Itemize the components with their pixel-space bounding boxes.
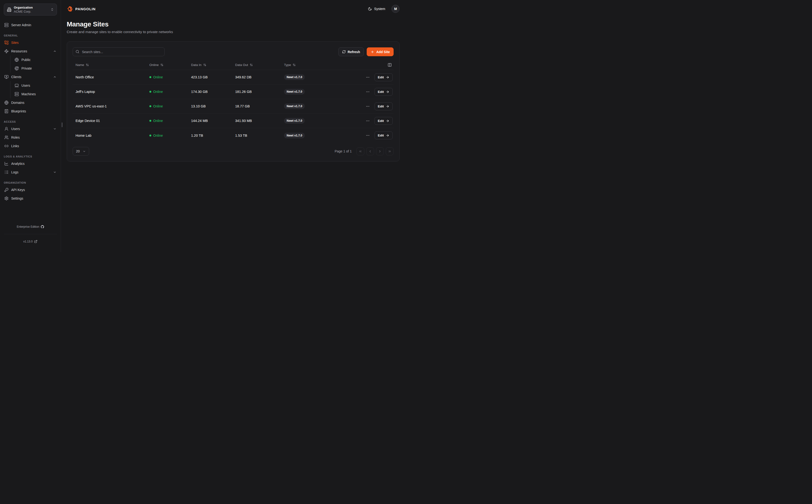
- arrow-right-icon: [386, 119, 389, 123]
- receipt-text-icon: [4, 109, 9, 113]
- sidebar-item-settings[interactable]: Settings: [4, 194, 57, 203]
- organization-selector[interactable]: Organization ACME Corp.: [4, 4, 57, 15]
- sidebar-item-resources[interactable]: Resources: [4, 47, 57, 55]
- refresh-icon: [342, 50, 346, 54]
- main-content: PANGOLIN System M Manage Sites Create an…: [61, 0, 406, 252]
- moon-icon: [368, 7, 372, 11]
- column-header-data-in[interactable]: Data In: [188, 63, 232, 67]
- organization-text: Organization ACME Corp.: [14, 5, 48, 14]
- chevron-left-icon: [368, 150, 372, 153]
- theme-toggle-button[interactable]: System: [368, 7, 385, 11]
- edit-button[interactable]: Edit: [375, 102, 393, 110]
- section-label-general: GENERAL: [4, 34, 57, 37]
- last-page-button[interactable]: [386, 147, 394, 155]
- chevron-down-icon: [83, 150, 86, 153]
- page-subtitle: Create and manage sites to enable connec…: [67, 30, 400, 34]
- sidebar-item-domains[interactable]: Domains: [4, 98, 57, 107]
- sidebar-item-machines[interactable]: Machines: [13, 90, 57, 98]
- clients-subgroup: Users Machines: [10, 81, 57, 98]
- sidebar-item-links[interactable]: Links: [4, 142, 57, 150]
- row-menu-button[interactable]: [365, 118, 371, 124]
- type-badge: Newt v1.7.0: [284, 118, 305, 124]
- site-data-out: 18.77 GB: [232, 104, 281, 108]
- refresh-button[interactable]: Refresh: [338, 47, 364, 56]
- add-site-button[interactable]: Add Site: [367, 47, 394, 56]
- edit-button[interactable]: Edit: [375, 131, 393, 139]
- site-name: Edge Device 01: [73, 119, 147, 123]
- sidebar-item-label: Blueprints: [11, 109, 26, 113]
- first-page-button[interactable]: [356, 147, 364, 155]
- column-header-type[interactable]: Type: [281, 63, 336, 67]
- avatar[interactable]: M: [391, 5, 400, 13]
- sidebar-item-label: Resources: [11, 49, 27, 53]
- column-header-data-out[interactable]: Data Out: [232, 63, 281, 67]
- edit-button[interactable]: Edit: [375, 117, 393, 125]
- column-header-actions: [336, 62, 394, 68]
- gear-icon: [4, 196, 9, 201]
- monitor-up-icon: [4, 75, 9, 79]
- sites-card: Refresh Add Site Name Online: [67, 41, 400, 161]
- next-page-button[interactable]: [376, 147, 384, 155]
- row-actions: Edit: [336, 73, 394, 81]
- rows-per-page-select[interactable]: 20: [73, 147, 89, 156]
- combine-icon: [4, 40, 9, 45]
- search-input[interactable]: [73, 47, 165, 56]
- site-data-in: 174.30 GB: [188, 90, 232, 94]
- status-label: Online: [153, 134, 163, 137]
- sidebar-item-sites[interactable]: Sites: [4, 38, 57, 47]
- type-badge: Newt v1.7.0: [284, 89, 305, 95]
- site-status: Online: [147, 119, 188, 123]
- previous-page-button[interactable]: [366, 147, 374, 155]
- page-info: Page 1 of 1: [335, 149, 352, 153]
- column-label: Data Out: [235, 63, 248, 67]
- row-menu-button[interactable]: [365, 132, 371, 138]
- column-header-online[interactable]: Online: [147, 63, 188, 67]
- row-menu-button[interactable]: [365, 74, 371, 80]
- row-menu-button[interactable]: [365, 89, 371, 95]
- table-row: Edge Device 01 Online 144.24 MB 341.93 M…: [73, 114, 394, 128]
- link-icon: [4, 144, 9, 148]
- sidebar-item-server-admin[interactable]: Server Admin: [4, 21, 57, 29]
- column-label: Data In: [191, 63, 202, 67]
- site-type-cell: Newt v1.7.0: [281, 74, 336, 80]
- sidebar-item-label: Users: [21, 84, 30, 87]
- sidebar-item-public[interactable]: Public: [13, 55, 57, 64]
- ellipsis-icon: [366, 75, 370, 79]
- sidebar-item-label: Server Admin: [11, 23, 31, 27]
- edit-button[interactable]: Edit: [375, 73, 393, 81]
- sidebar-item-client-users[interactable]: Users: [13, 81, 57, 90]
- type-badge: Newt v1.7.0: [284, 103, 305, 109]
- sidebar-item-label: Analytics: [11, 162, 25, 166]
- row-actions: Edit: [336, 117, 394, 125]
- sidebar-item-clients[interactable]: Clients: [4, 73, 57, 81]
- column-header-name[interactable]: Name: [73, 63, 147, 67]
- sidebar-item-label: Sites: [11, 41, 19, 45]
- toggle-columns-button[interactable]: [387, 62, 393, 68]
- sidebar-item-users[interactable]: Users: [4, 125, 57, 133]
- sidebar-resize-handle[interactable]: [62, 122, 62, 127]
- sidebar-item-private[interactable]: Private: [13, 64, 57, 73]
- site-name: AWS VPC us-east-1: [73, 104, 147, 108]
- external-link-icon[interactable]: [34, 240, 37, 243]
- sort-icon: [250, 63, 253, 66]
- sidebar-item-api-keys[interactable]: API Keys: [4, 186, 57, 194]
- table-row: AWS VPC us-east-1 Online 13.10 GB 18.77 …: [73, 99, 394, 114]
- version-label[interactable]: v1.13.0: [23, 239, 33, 244]
- sidebar-item-roles[interactable]: Roles: [4, 133, 57, 142]
- sidebar-item-logs[interactable]: Logs: [4, 168, 57, 176]
- github-icon[interactable]: [41, 225, 44, 228]
- edit-button[interactable]: Edit: [375, 88, 393, 96]
- edit-label: Edit: [378, 105, 384, 108]
- section-label-logs-analytics: LOGS & ANALYTICS: [4, 155, 57, 158]
- row-menu-button[interactable]: [365, 103, 371, 109]
- sidebar-item-label: Clients: [11, 75, 21, 79]
- sidebar-item-label: Links: [11, 144, 19, 148]
- online-dot: [149, 105, 151, 107]
- sidebar-item-analytics[interactable]: Analytics: [4, 159, 57, 168]
- online-dot: [149, 120, 151, 122]
- online-dot: [149, 91, 151, 93]
- plus-icon: [370, 50, 374, 54]
- ellipsis-icon: [366, 90, 370, 94]
- table-row: Home Lab Online 1.20 TB 1.53 TB Newt v1.…: [73, 128, 394, 143]
- sidebar-item-blueprints[interactable]: Blueprints: [4, 107, 57, 116]
